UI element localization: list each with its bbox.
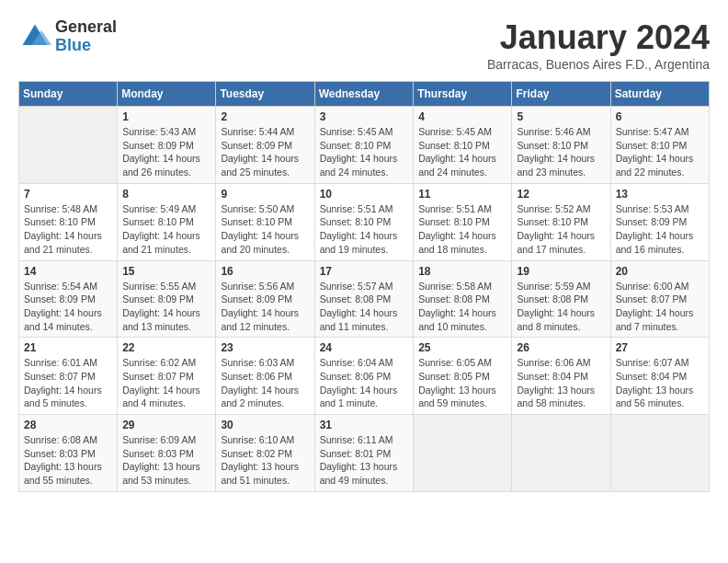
day-info: Sunrise: 5:50 AMSunset: 8:10 PMDaylight:… <box>221 202 309 257</box>
calendar-cell: 14Sunrise: 5:54 AMSunset: 8:09 PMDayligh… <box>19 260 118 338</box>
calendar-cell: 2Sunrise: 5:44 AMSunset: 8:09 PMDaylight… <box>216 107 314 184</box>
weekday-header: Monday <box>118 82 216 107</box>
calendar-cell: 18Sunrise: 5:58 AMSunset: 8:08 PMDayligh… <box>414 260 512 338</box>
calendar-cell: 11Sunrise: 5:51 AMSunset: 8:10 PMDayligh… <box>414 183 512 260</box>
day-info: Sunrise: 5:55 AMSunset: 8:09 PMDaylight:… <box>122 280 210 334</box>
calendar-cell: 17Sunrise: 5:57 AMSunset: 8:08 PMDayligh… <box>314 260 414 338</box>
logo-text: General Blue <box>55 18 117 55</box>
calendar-cell: 16Sunrise: 5:56 AMSunset: 8:09 PMDayligh… <box>216 260 314 338</box>
calendar-cell: 22Sunrise: 6:02 AMSunset: 8:07 PMDayligh… <box>118 338 216 415</box>
calendar-cell <box>414 415 512 492</box>
calendar-week-row: 1Sunrise: 5:43 AMSunset: 8:09 PMDaylight… <box>19 107 710 184</box>
weekday-header: Thursday <box>414 82 512 107</box>
day-number: 12 <box>517 188 605 201</box>
weekday-header: Sunday <box>19 82 118 107</box>
calendar-cell: 23Sunrise: 6:03 AMSunset: 8:06 PMDayligh… <box>216 338 314 415</box>
day-number: 2 <box>221 110 309 123</box>
day-info: Sunrise: 5:51 AMSunset: 8:10 PMDaylight:… <box>320 202 409 257</box>
calendar-cell <box>512 415 610 492</box>
calendar-cell: 19Sunrise: 5:59 AMSunset: 8:08 PMDayligh… <box>512 260 610 338</box>
calendar-cell: 30Sunrise: 6:10 AMSunset: 8:02 PMDayligh… <box>216 415 314 492</box>
calendar-cell: 25Sunrise: 6:05 AMSunset: 8:05 PMDayligh… <box>414 338 512 415</box>
calendar-cell <box>610 415 709 492</box>
day-number: 8 <box>122 188 210 201</box>
calendar-cell: 15Sunrise: 5:55 AMSunset: 8:09 PMDayligh… <box>118 260 216 338</box>
calendar-cell: 31Sunrise: 6:11 AMSunset: 8:01 PMDayligh… <box>314 415 414 492</box>
day-info: Sunrise: 5:45 AMSunset: 8:10 PMDaylight:… <box>418 125 506 179</box>
day-number: 20 <box>616 265 704 278</box>
day-info: Sunrise: 6:06 AMSunset: 8:04 PMDaylight:… <box>517 356 605 410</box>
day-info: Sunrise: 6:08 AMSunset: 8:03 PMDaylight:… <box>24 433 112 488</box>
day-number: 24 <box>320 341 409 354</box>
logo-general-text: General <box>55 18 117 37</box>
day-info: Sunrise: 6:05 AMSunset: 8:05 PMDaylight:… <box>418 356 506 410</box>
day-number: 10 <box>320 188 409 201</box>
calendar-cell: 29Sunrise: 6:09 AMSunset: 8:03 PMDayligh… <box>118 415 216 492</box>
title-area: January 2024 Barracas, Buenos Aires F.D.… <box>487 18 710 72</box>
logo-blue-text: Blue <box>55 37 117 55</box>
day-info: Sunrise: 6:03 AMSunset: 8:06 PMDaylight:… <box>221 356 309 410</box>
day-number: 5 <box>517 110 605 123</box>
day-info: Sunrise: 5:44 AMSunset: 8:09 PMDaylight:… <box>221 125 309 179</box>
calendar-cell: 28Sunrise: 6:08 AMSunset: 8:03 PMDayligh… <box>19 415 118 492</box>
weekday-header: Saturday <box>610 82 709 107</box>
day-info: Sunrise: 6:02 AMSunset: 8:07 PMDaylight:… <box>122 356 210 410</box>
day-info: Sunrise: 6:11 AMSunset: 8:01 PMDaylight:… <box>320 433 409 488</box>
calendar-table: SundayMondayTuesdayWednesdayThursdayFrid… <box>18 81 710 492</box>
day-number: 31 <box>320 419 409 431</box>
day-number: 30 <box>221 419 309 431</box>
day-number: 19 <box>517 265 605 278</box>
calendar-cell: 4Sunrise: 5:45 AMSunset: 8:10 PMDaylight… <box>414 107 512 184</box>
day-number: 13 <box>616 188 704 201</box>
day-number: 6 <box>616 110 704 123</box>
logo: General Blue <box>18 18 117 55</box>
calendar-cell: 27Sunrise: 6:07 AMSunset: 8:04 PMDayligh… <box>610 338 709 415</box>
day-info: Sunrise: 5:46 AMSunset: 8:10 PMDaylight:… <box>517 125 605 179</box>
day-number: 27 <box>616 341 704 354</box>
day-number: 22 <box>122 341 210 354</box>
day-info: Sunrise: 6:04 AMSunset: 8:06 PMDaylight:… <box>320 356 409 410</box>
day-number: 3 <box>320 110 409 123</box>
day-info: Sunrise: 5:47 AMSunset: 8:10 PMDaylight:… <box>616 125 704 179</box>
calendar-week-row: 28Sunrise: 6:08 AMSunset: 8:03 PMDayligh… <box>19 415 710 492</box>
calendar-cell: 7Sunrise: 5:48 AMSunset: 8:10 PMDaylight… <box>19 183 118 260</box>
day-info: Sunrise: 5:43 AMSunset: 8:09 PMDaylight:… <box>122 125 210 179</box>
calendar-cell: 13Sunrise: 5:53 AMSunset: 8:09 PMDayligh… <box>610 183 709 260</box>
day-info: Sunrise: 5:58 AMSunset: 8:08 PMDaylight:… <box>418 280 506 334</box>
weekday-header: Wednesday <box>314 82 414 107</box>
day-number: 29 <box>122 419 210 431</box>
day-number: 7 <box>24 188 112 201</box>
calendar-cell: 24Sunrise: 6:04 AMSunset: 8:06 PMDayligh… <box>314 338 414 415</box>
day-info: Sunrise: 6:01 AMSunset: 8:07 PMDaylight:… <box>24 356 112 410</box>
day-number: 1 <box>122 110 210 123</box>
day-info: Sunrise: 5:53 AMSunset: 8:09 PMDaylight:… <box>616 202 704 257</box>
calendar-cell: 6Sunrise: 5:47 AMSunset: 8:10 PMDaylight… <box>610 107 709 184</box>
calendar-cell: 20Sunrise: 6:00 AMSunset: 8:07 PMDayligh… <box>610 260 709 338</box>
day-info: Sunrise: 6:09 AMSunset: 8:03 PMDaylight:… <box>122 433 210 488</box>
day-number: 25 <box>418 341 506 354</box>
header: General Blue January 2024 Barracas, Buen… <box>18 18 710 72</box>
weekday-header-row: SundayMondayTuesdayWednesdayThursdayFrid… <box>19 82 710 107</box>
calendar-cell: 26Sunrise: 6:06 AMSunset: 8:04 PMDayligh… <box>512 338 610 415</box>
day-number: 11 <box>418 188 506 201</box>
day-info: Sunrise: 6:10 AMSunset: 8:02 PMDaylight:… <box>221 433 309 488</box>
day-info: Sunrise: 5:45 AMSunset: 8:10 PMDaylight:… <box>320 125 409 179</box>
day-info: Sunrise: 5:48 AMSunset: 8:10 PMDaylight:… <box>24 202 112 257</box>
weekday-header: Tuesday <box>216 82 314 107</box>
day-info: Sunrise: 6:00 AMSunset: 8:07 PMDaylight:… <box>616 280 704 334</box>
calendar-week-row: 7Sunrise: 5:48 AMSunset: 8:10 PMDaylight… <box>19 183 710 260</box>
day-number: 16 <box>221 265 309 278</box>
location-subtitle: Barracas, Buenos Aires F.D., Argentina <box>487 57 710 72</box>
day-info: Sunrise: 5:52 AMSunset: 8:10 PMDaylight:… <box>517 202 605 257</box>
day-number: 18 <box>418 265 506 278</box>
calendar-cell: 5Sunrise: 5:46 AMSunset: 8:10 PMDaylight… <box>512 107 610 184</box>
month-title: January 2024 <box>487 18 710 57</box>
calendar-cell: 3Sunrise: 5:45 AMSunset: 8:10 PMDaylight… <box>314 107 414 184</box>
calendar-cell: 9Sunrise: 5:50 AMSunset: 8:10 PMDaylight… <box>216 183 314 260</box>
day-number: 17 <box>320 265 409 278</box>
day-info: Sunrise: 5:59 AMSunset: 8:08 PMDaylight:… <box>517 280 605 334</box>
calendar-week-row: 14Sunrise: 5:54 AMSunset: 8:09 PMDayligh… <box>19 260 710 338</box>
day-number: 23 <box>221 341 309 354</box>
calendar-week-row: 21Sunrise: 6:01 AMSunset: 8:07 PMDayligh… <box>19 338 710 415</box>
day-number: 26 <box>517 341 605 354</box>
